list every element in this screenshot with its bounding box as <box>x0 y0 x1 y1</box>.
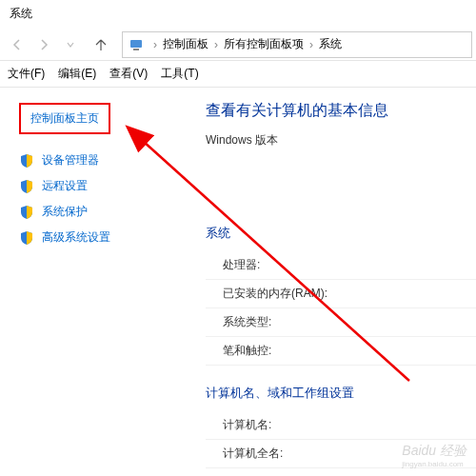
window-title: 系统 <box>10 7 32 20</box>
window-titlebar: 系统 <box>0 0 476 29</box>
breadcrumb-sep: › <box>309 38 313 51</box>
arrow-left-icon <box>10 37 25 52</box>
breadcrumb-sep: › <box>153 38 157 51</box>
menu-view[interactable]: 查看(V) <box>109 66 148 82</box>
watermark-sub: jingyan.baidu.com <box>402 460 466 468</box>
field-pentouch: 笔和触控: <box>206 337 476 366</box>
svg-rect-0 <box>130 40 142 48</box>
field-ram: 已安装的内存(RAM): <box>206 280 476 308</box>
name-section-title: 计算机名、域和工作组设置 <box>206 385 476 402</box>
field-processor: 处理器: <box>206 251 476 280</box>
breadcrumb-item-0[interactable]: 控制面板 <box>163 36 208 52</box>
shield-icon <box>19 205 34 220</box>
sidebar-item-remote[interactable]: 远程设置 <box>19 173 190 199</box>
sidebar-item-label: 高级系统设置 <box>42 229 110 246</box>
watermark-main: Baidu 经验 <box>402 443 466 458</box>
sidebar-item-protection[interactable]: 系统保护 <box>19 199 190 225</box>
nav-forward-button[interactable] <box>30 33 57 56</box>
sidebar-item-label: 系统保护 <box>42 204 88 220</box>
field-compname: 计算机名: <box>206 411 476 440</box>
shield-icon <box>19 153 34 169</box>
shield-icon <box>19 230 34 246</box>
sidebar-item-device-manager[interactable]: 设备管理器 <box>19 148 190 173</box>
sidebar: 控制面板主页 设备管理器 远程设置 系统保护 高级系统设置 <box>0 88 190 476</box>
nav-back-button[interactable] <box>4 33 30 56</box>
menu-edit[interactable]: 编辑(E) <box>58 66 96 82</box>
sidebar-item-label: 设备管理器 <box>42 152 99 169</box>
field-desc: 计算机描述: <box>206 468 476 476</box>
main-panel: 查看有关计算机的基本信息 Windows 版本 系统 处理器: 已安装的内存(R… <box>190 88 476 476</box>
arrow-up-icon <box>93 37 109 52</box>
sidebar-item-advanced[interactable]: 高级系统设置 <box>19 225 190 250</box>
breadcrumb[interactable]: › 控制面板 › 所有控制面板项 › 系统 <box>122 31 472 58</box>
chevron-down-icon <box>66 40 75 50</box>
watermark: Baidu 经验 jingyan.baidu.com <box>402 443 466 468</box>
breadcrumb-item-2[interactable]: 系统 <box>319 36 342 52</box>
menu-file[interactable]: 文件(F) <box>8 66 45 82</box>
navigation-bar: › 控制面板 › 所有控制面板项 › 系统 <box>0 29 476 61</box>
sidebar-home-link[interactable]: 控制面板主页 <box>19 103 110 134</box>
breadcrumb-sep: › <box>214 38 218 51</box>
field-systype: 系统类型: <box>206 308 476 337</box>
win-edition-label: Windows 版本 <box>206 132 476 149</box>
content-area: 控制面板主页 设备管理器 远程设置 系统保护 高级系统设置 查看有关计算机的基本… <box>0 88 476 476</box>
sidebar-list: 设备管理器 远程设置 系统保护 高级系统设置 <box>19 148 190 250</box>
shield-icon <box>19 179 34 194</box>
arrow-right-icon <box>36 37 51 52</box>
nav-history-dropdown[interactable] <box>57 33 84 56</box>
sidebar-item-label: 远程设置 <box>42 178 88 194</box>
svg-rect-1 <box>133 49 139 50</box>
menubar: 文件(F) 编辑(E) 查看(V) 工具(T) <box>0 61 476 88</box>
breadcrumb-item-1[interactable]: 所有控制面板项 <box>224 36 304 52</box>
menu-tools[interactable]: 工具(T) <box>161 66 198 82</box>
nav-up-button[interactable] <box>88 33 114 56</box>
page-heading: 查看有关计算机的基本信息 <box>206 101 476 121</box>
computer-icon <box>129 37 144 52</box>
system-section-title: 系统 <box>206 225 476 242</box>
